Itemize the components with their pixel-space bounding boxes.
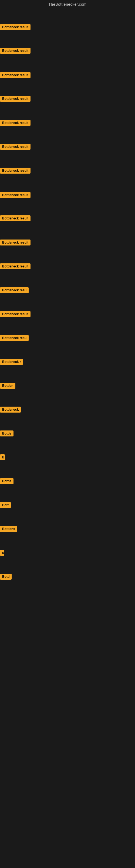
bottleneck-badge-20[interactable]: Bottle xyxy=(0,478,13,484)
bottleneck-badge-7[interactable]: Bottleneck result xyxy=(0,167,31,174)
bottleneck-badge-15[interactable]: Bottleneck r xyxy=(0,359,23,365)
bottleneck-result-8: Bottleneck result xyxy=(0,192,31,199)
bottleneck-badge-3[interactable]: Bottleneck result xyxy=(0,72,31,78)
bottleneck-result-2: Bottleneck result xyxy=(0,48,31,55)
bottleneck-badge-13[interactable]: Bottleneck result xyxy=(0,311,31,317)
bottleneck-result-12: Bottleneck resu xyxy=(0,287,29,294)
bottleneck-result-19: B xyxy=(0,454,5,461)
bottleneck-result-15: Bottleneck r xyxy=(0,359,23,366)
bottleneck-badge-6[interactable]: Bottleneck result xyxy=(0,144,31,150)
bottleneck-result-5: Bottleneck result xyxy=(0,120,31,127)
bottleneck-result-23: s xyxy=(0,550,4,557)
bottleneck-badge-21[interactable]: Bott xyxy=(0,502,11,508)
bottleneck-badge-12[interactable]: Bottleneck resu xyxy=(0,287,29,293)
bottleneck-result-11: Bottleneck result xyxy=(0,264,31,271)
bottleneck-result-18: Bottle xyxy=(0,431,13,437)
bottleneck-badge-9[interactable]: Bottleneck result xyxy=(0,215,31,221)
bottleneck-result-24: Bottl xyxy=(0,574,12,581)
bottleneck-result-6: Bottleneck result xyxy=(0,144,31,151)
bottleneck-badge-24[interactable]: Bottl xyxy=(0,574,12,580)
bottleneck-result-13: Bottleneck result xyxy=(0,311,31,318)
bottleneck-result-3: Bottleneck result xyxy=(0,72,31,79)
bottleneck-result-10: Bottleneck result xyxy=(0,240,31,247)
bottleneck-badge-2[interactable]: Bottleneck result xyxy=(0,48,31,54)
bottleneck-result-4: Bottleneck result xyxy=(0,96,31,103)
bottleneck-result-9: Bottleneck result xyxy=(0,215,31,222)
bottleneck-badge-11[interactable]: Bottleneck result xyxy=(0,264,31,269)
bottleneck-badge-17[interactable]: Bottleneck xyxy=(0,407,21,412)
bottleneck-badge-4[interactable]: Bottleneck result xyxy=(0,96,31,102)
bottleneck-badge-8[interactable]: Bottleneck result xyxy=(0,192,31,198)
bottleneck-badge-1[interactable]: Bottleneck result xyxy=(0,24,31,30)
bottleneck-result-20: Bottle xyxy=(0,478,13,485)
bottleneck-result-1: Bottleneck result xyxy=(0,24,31,31)
bottleneck-result-14: Bottleneck resu xyxy=(0,335,29,342)
bottleneck-badge-19[interactable]: B xyxy=(0,454,5,460)
site-title: TheBottlenecker.com xyxy=(0,0,135,9)
bottleneck-badge-5[interactable]: Bottleneck result xyxy=(0,120,31,126)
bottleneck-result-22: Bottlens xyxy=(0,526,17,533)
bottleneck-badge-22[interactable]: Bottlens xyxy=(0,526,17,532)
bottleneck-result-7: Bottleneck result xyxy=(0,167,31,175)
bottleneck-result-21: Bott xyxy=(0,502,11,509)
bottleneck-badge-18[interactable]: Bottle xyxy=(0,431,13,436)
bottleneck-badge-16[interactable]: Bottlen xyxy=(0,383,15,389)
bottleneck-result-17: Bottleneck xyxy=(0,407,21,414)
bottleneck-badge-10[interactable]: Bottleneck result xyxy=(0,240,31,246)
bottleneck-badge-14[interactable]: Bottleneck resu xyxy=(0,335,29,341)
bottleneck-badge-23[interactable]: s xyxy=(0,550,4,556)
bottleneck-result-16: Bottlen xyxy=(0,383,15,390)
